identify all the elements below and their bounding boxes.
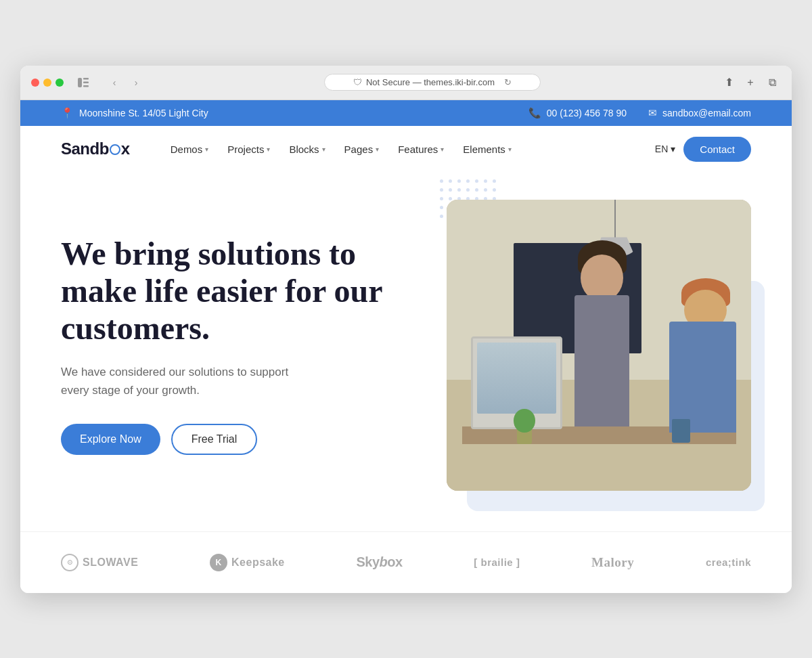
chevron-down-icon: ▾ xyxy=(441,146,444,153)
office-scene xyxy=(447,200,751,491)
email-label: sandbox@email.com xyxy=(662,108,751,118)
logo-o-mark xyxy=(110,144,120,155)
scene-mug xyxy=(672,419,690,442)
sidebar-toggle-icon[interactable] xyxy=(74,74,92,91)
address-bar[interactable]: 🛡 Not Secure — themes.iki-bir.com ↻ xyxy=(324,74,541,91)
address-text: Not Secure — themes.iki-bir.com xyxy=(366,77,495,87)
email-icon: ✉ xyxy=(648,107,657,119)
nav-item-features[interactable]: Features ▾ xyxy=(390,138,452,160)
hero-subtitle: We have considered our solutions to supp… xyxy=(61,363,318,399)
top-bar-contact-info: 📞 00 (123) 456 78 90 ✉ sandbox@email.com xyxy=(528,107,751,119)
brand-skybox: Skybox xyxy=(356,554,402,570)
share-icon[interactable]: ⬆ xyxy=(720,74,738,91)
address-bar-area: 🛡 Not Secure — themes.iki-bir.com ↻ xyxy=(153,74,712,91)
new-tab-icon[interactable]: + xyxy=(742,74,759,91)
browser-window: ‹ › 🛡 Not Secure — themes.iki-bir.com ↻ … xyxy=(20,66,792,593)
nav-right-section: EN ▾ Contact xyxy=(655,137,751,162)
browser-nav-buttons: ‹ › xyxy=(106,74,145,91)
brand-skybox-label: Skybox xyxy=(356,554,402,570)
explore-now-button[interactable]: Explore Now xyxy=(61,424,160,455)
chevron-down-icon: ▾ xyxy=(671,144,675,154)
chevron-down-icon: ▾ xyxy=(205,146,208,153)
brand-creatink: crea;tink xyxy=(706,556,751,568)
keepsake-icon: K xyxy=(210,554,227,571)
brand-malory-label: Malory xyxy=(591,555,634,570)
chevron-down-icon: ▾ xyxy=(376,146,379,153)
scene-plant-leaves xyxy=(514,409,535,432)
brand-malory: Malory xyxy=(591,555,634,570)
browser-titlebar: ‹ › 🛡 Not Secure — themes.iki-bir.com ↻ … xyxy=(20,66,792,100)
chevron-down-icon: ▾ xyxy=(322,146,325,153)
refresh-icon[interactable]: ↻ xyxy=(504,77,512,87)
nav-item-pages[interactable]: Pages ▾ xyxy=(336,138,388,160)
brand-keepsake: K Keepsake xyxy=(210,554,285,571)
top-bar: 📍 Moonshine St. 14/05 Light City 📞 00 (1… xyxy=(20,100,792,126)
site-content: 📍 Moonshine St. 14/05 Light City 📞 00 (1… xyxy=(20,100,792,593)
top-bar-email: ✉ sandbox@email.com xyxy=(648,107,751,119)
svg-rect-2 xyxy=(83,81,89,83)
brands-bar: ⊙ SLOWAVE K Keepsake Skybox [ brailie ] … xyxy=(20,531,792,593)
scene-monitor-screen xyxy=(477,343,556,414)
brand-brailie-label: [ brailie ] xyxy=(474,556,520,568)
address-label: Moonshine St. 14/05 Light City xyxy=(79,108,208,118)
brand-slowave: ⊙ SLOWAVE xyxy=(61,554,138,571)
brand-brailie: [ brailie ] xyxy=(474,556,520,568)
scene-person2-torso xyxy=(669,322,736,432)
main-navigation: Sandbx Demos ▾ Projects ▾ Blocks ▾ Pages… xyxy=(20,126,792,173)
language-selector[interactable]: EN ▾ xyxy=(655,144,675,154)
nav-item-elements[interactable]: Elements ▾ xyxy=(455,138,520,160)
nav-item-demos[interactable]: Demos ▾ xyxy=(162,138,217,160)
phone-icon: 📞 xyxy=(528,107,541,119)
back-button[interactable]: ‹ xyxy=(106,74,123,91)
phone-label: 00 (123) 456 78 90 xyxy=(547,108,627,118)
minimize-dot[interactable] xyxy=(43,79,51,87)
hero-title: We bring solutions to make life easier f… xyxy=(61,235,392,347)
scene-person1-head xyxy=(581,255,623,301)
nav-links-group: Demos ▾ Projects ▾ Blocks ▾ Pages ▾ Feat… xyxy=(162,138,655,160)
contact-button[interactable]: Contact xyxy=(683,137,751,162)
slowave-icon: ⊙ xyxy=(61,554,78,571)
forward-button[interactable]: › xyxy=(127,74,145,91)
brand-keepsake-label: Keepsake xyxy=(231,556,285,569)
nav-item-projects[interactable]: Projects ▾ xyxy=(219,138,278,160)
top-bar-address: 📍 Moonshine St. 14/05 Light City xyxy=(61,107,208,119)
nav-item-blocks[interactable]: Blocks ▾ xyxy=(281,138,333,160)
location-icon: 📍 xyxy=(61,107,74,119)
browser-action-buttons: ⬆ + ⧉ xyxy=(720,74,781,91)
hero-image-area xyxy=(420,200,751,491)
svg-rect-1 xyxy=(83,78,89,80)
hero-buttons-group: Explore Now Free Trial xyxy=(61,424,392,455)
scene-lamp-cord xyxy=(614,200,616,240)
browser-traffic-lights xyxy=(31,79,64,87)
close-dot[interactable] xyxy=(31,79,39,87)
maximize-dot[interactable] xyxy=(55,79,64,87)
free-trial-button[interactable]: Free Trial xyxy=(171,424,258,455)
hero-content: We bring solutions to make life easier f… xyxy=(61,235,392,456)
svg-rect-3 xyxy=(83,85,89,87)
brand-creatink-label: crea;tink xyxy=(706,556,751,568)
security-icon: 🛡 xyxy=(353,77,362,87)
hero-office-image xyxy=(447,200,751,491)
brand-slowave-label: SLOWAVE xyxy=(83,556,138,569)
site-logo[interactable]: Sandbx xyxy=(61,139,130,158)
chevron-down-icon: ▾ xyxy=(267,146,270,153)
top-bar-phone: 📞 00 (123) 456 78 90 xyxy=(528,107,627,119)
svg-rect-0 xyxy=(78,78,82,87)
windows-icon[interactable]: ⧉ xyxy=(763,74,781,91)
chevron-down-icon: ▾ xyxy=(508,146,512,153)
scene-person1-body xyxy=(574,295,629,426)
hero-section: We bring solutions to make life easier f… xyxy=(20,173,792,531)
